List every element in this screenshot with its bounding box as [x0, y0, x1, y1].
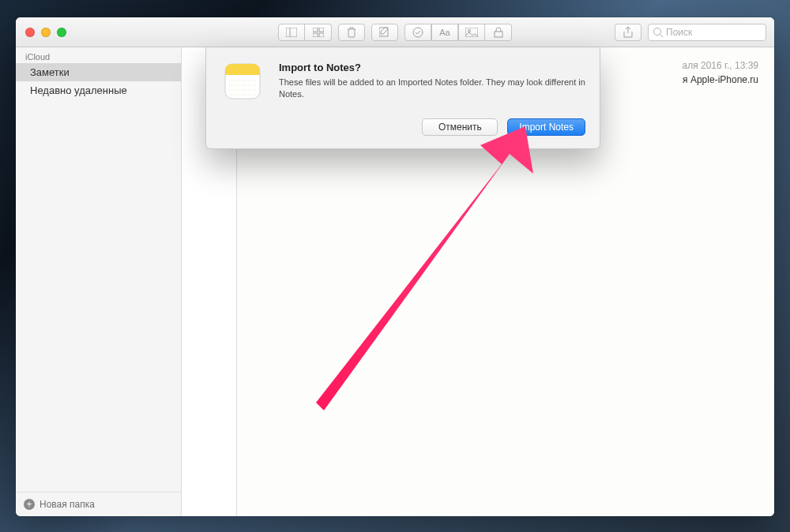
- cancel-button[interactable]: Отменить: [422, 118, 498, 136]
- cancel-button-label: Отменить: [438, 122, 482, 133]
- dialog-message: These files will be added to an Imported…: [279, 77, 585, 100]
- format-button[interactable]: Aa: [431, 24, 458, 41]
- svg-point-9: [468, 29, 471, 32]
- svg-rect-15: [225, 71, 260, 75]
- notes-app-icon: [223, 62, 262, 101]
- maximize-window-button[interactable]: [57, 28, 66, 37]
- sidebar-item-notes[interactable]: Заметки: [16, 63, 181, 81]
- svg-point-11: [654, 28, 661, 35]
- svg-rect-2: [313, 28, 318, 32]
- traffic-lights: [16, 28, 66, 37]
- svg-rect-5: [319, 33, 324, 37]
- search-input[interactable]: Поиск: [648, 24, 766, 41]
- lock-icon: [494, 27, 503, 38]
- import-dialog: Import to Notes? These files will be add…: [205, 47, 600, 149]
- sidebar-item-recently-deleted[interactable]: Недавно удаленные: [16, 81, 181, 99]
- list-view-button[interactable]: [278, 24, 305, 41]
- photo-icon: [465, 28, 478, 37]
- dialog-icon: [220, 62, 265, 101]
- search-placeholder: Поиск: [666, 27, 692, 38]
- trash-icon: [347, 27, 356, 38]
- toolbar-right: Поиск: [615, 24, 766, 41]
- checklist-icon: [412, 27, 423, 38]
- sidebar: iCloud Заметки Недавно удаленные + Новая…: [16, 47, 182, 516]
- new-folder-button[interactable]: + Новая папка: [16, 492, 181, 516]
- attach-button[interactable]: [458, 24, 485, 41]
- format-icon: Aa: [439, 28, 450, 37]
- sidebar-item-label: Недавно удаленные: [30, 84, 127, 96]
- share-icon: [623, 27, 633, 38]
- sidebar-section-header: iCloud: [16, 47, 181, 63]
- lock-button[interactable]: [485, 24, 512, 41]
- svg-rect-0: [286, 28, 297, 37]
- svg-line-12: [660, 34, 664, 37]
- search-icon: [653, 27, 664, 38]
- svg-rect-8: [465, 28, 478, 37]
- sidebar-item-label: Заметки: [30, 66, 70, 78]
- titlebar: Aa Поиск: [16, 17, 774, 47]
- compose-icon: [379, 27, 390, 37]
- share-button[interactable]: [615, 24, 641, 41]
- list-view-icon: [286, 28, 297, 37]
- checklist-button[interactable]: [404, 24, 431, 41]
- svg-rect-4: [313, 33, 318, 37]
- new-folder-label: Новая папка: [40, 499, 95, 510]
- import-button-label: Import Notes: [519, 122, 574, 133]
- svg-rect-3: [319, 28, 324, 32]
- close-window-button[interactable]: [25, 28, 35, 37]
- grid-view-icon: [313, 28, 324, 37]
- dialog-title: Import to Notes?: [279, 62, 585, 73]
- import-notes-button[interactable]: Import Notes: [507, 118, 585, 136]
- grid-view-button[interactable]: [305, 24, 332, 41]
- svg-point-7: [413, 28, 423, 37]
- plus-icon: +: [24, 499, 35, 510]
- new-note-button[interactable]: [371, 24, 398, 41]
- svg-rect-10: [495, 32, 502, 37]
- minimize-window-button[interactable]: [41, 28, 51, 37]
- delete-button[interactable]: [338, 24, 365, 41]
- toolbar: Aa: [278, 24, 512, 41]
